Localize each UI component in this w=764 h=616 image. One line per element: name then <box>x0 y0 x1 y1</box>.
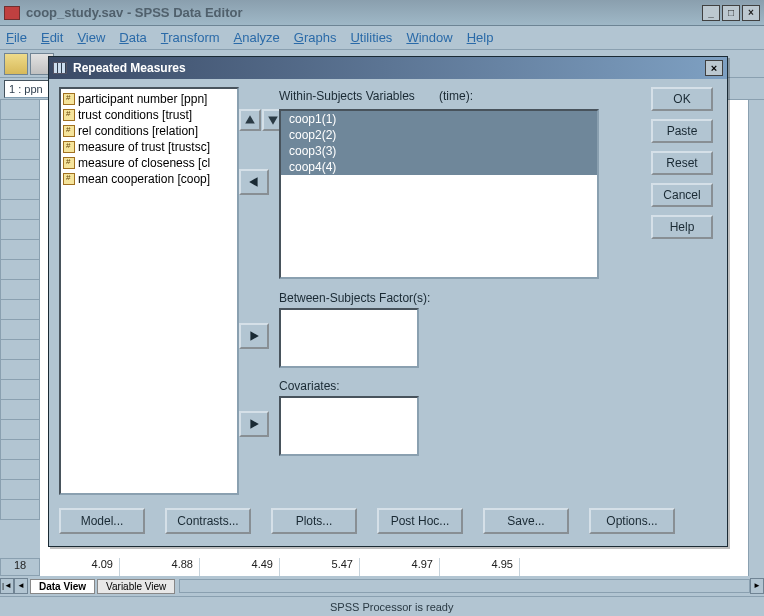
maximize-button[interactable]: □ <box>722 5 740 21</box>
grid-cell[interactable]: 4.97 <box>360 558 440 576</box>
list-item: measure of trust [trustsc] <box>63 139 235 155</box>
tab-scroll-next-icon[interactable]: ► <box>750 578 764 594</box>
menu-file[interactable]: File <box>6 30 27 45</box>
horizontal-scrollbar[interactable] <box>179 579 750 593</box>
add-covariate-button[interactable] <box>239 411 269 437</box>
variable-icon <box>63 173 75 185</box>
tab-scroll-prev-icon[interactable]: ◄ <box>14 578 28 594</box>
menu-edit[interactable]: Edit <box>41 30 63 45</box>
grid-cell[interactable]: 4.09 <box>40 558 120 576</box>
dialog-icon <box>53 62 67 74</box>
variable-list[interactable]: participant number [ppn] trust condition… <box>59 87 239 495</box>
row-headers <box>0 100 40 576</box>
between-factors-label: Between-Subjects Factor(s): <box>279 291 430 305</box>
dialog-titlebar: Repeated Measures × <box>49 57 727 79</box>
grid-cell[interactable]: 4.49 <box>200 558 280 576</box>
toolbar-open-icon[interactable] <box>4 53 28 75</box>
spss-main-window: coop_study.sav - SPSS Data Editor _ □ × … <box>0 0 764 616</box>
between-factors-box[interactable] <box>279 308 419 368</box>
main-titlebar: coop_study.sav - SPSS Data Editor _ □ × <box>0 0 764 26</box>
options-button[interactable]: Options... <box>589 508 675 534</box>
covariates-label: Covariates: <box>279 379 340 393</box>
svg-marker-1 <box>268 116 278 124</box>
menu-window[interactable]: Window <box>406 30 452 45</box>
reset-button[interactable]: Reset <box>651 151 713 175</box>
within-subjects-box[interactable]: coop1(1) coop2(2) coop3(3) coop4(4) <box>279 109 599 279</box>
menu-view[interactable]: View <box>77 30 105 45</box>
save-dialog-button[interactable]: Save... <box>483 508 569 534</box>
list-item: trust conditions [trust] <box>63 107 235 123</box>
list-item[interactable]: coop2(2) <box>281 127 597 143</box>
vertical-scrollbar[interactable] <box>748 100 764 576</box>
menubar: File Edit View Data Transform Analyze Gr… <box>0 26 764 50</box>
list-item[interactable]: coop1(1) <box>281 111 597 127</box>
model-button[interactable]: Model... <box>59 508 145 534</box>
menu-help[interactable]: Help <box>467 30 494 45</box>
menu-graphs[interactable]: Graphs <box>294 30 337 45</box>
paste-button[interactable]: Paste <box>651 119 713 143</box>
add-between-button[interactable] <box>239 323 269 349</box>
move-up-button[interactable] <box>239 109 261 131</box>
plots-button[interactable]: Plots... <box>271 508 357 534</box>
grid-cell[interactable]: 4.95 <box>440 558 520 576</box>
contrasts-button[interactable]: Contrasts... <box>165 508 251 534</box>
list-item: participant number [ppn] <box>63 91 235 107</box>
svg-marker-4 <box>250 419 258 429</box>
list-item: mean cooperation [coop] <box>63 171 235 187</box>
cell-address: 1 : ppn <box>4 80 50 98</box>
tab-scroll-first-icon[interactable]: |◄ <box>0 578 14 594</box>
spss-app-icon <box>4 6 20 20</box>
grid-cell[interactable]: 4.88 <box>120 558 200 576</box>
list-item: rel conditions [relation] <box>63 123 235 139</box>
svg-marker-2 <box>249 177 257 187</box>
variable-icon <box>63 141 75 153</box>
posthoc-button[interactable]: Post Hoc... <box>377 508 463 534</box>
repeated-measures-dialog: Repeated Measures × participant number [… <box>48 56 728 547</box>
ok-button[interactable]: OK <box>651 87 713 111</box>
variable-icon <box>63 109 75 121</box>
menu-data[interactable]: Data <box>119 30 146 45</box>
svg-marker-0 <box>245 115 255 123</box>
variable-icon <box>63 157 75 169</box>
close-button[interactable]: × <box>742 5 760 21</box>
tab-data-view[interactable]: Data View <box>30 579 95 594</box>
grid-cell[interactable]: 5.47 <box>280 558 360 576</box>
within-subjects-label: Within-Subjects Variables <box>279 89 415 103</box>
svg-marker-3 <box>250 331 258 341</box>
row-number[interactable]: 18 <box>0 558 40 576</box>
tab-variable-view[interactable]: Variable View <box>97 579 175 594</box>
help-button[interactable]: Help <box>651 215 713 239</box>
dialog-title: Repeated Measures <box>73 61 705 75</box>
covariates-box[interactable] <box>279 396 419 456</box>
list-item: measure of closeness [cl <box>63 155 235 171</box>
menu-transform[interactable]: Transform <box>161 30 220 45</box>
menu-utilities[interactable]: Utilities <box>350 30 392 45</box>
menu-analyze[interactable]: Analyze <box>234 30 280 45</box>
remove-within-button[interactable] <box>239 169 269 195</box>
sheet-tabs: |◄ ◄ Data View Variable View ► <box>0 576 764 596</box>
variable-icon <box>63 125 75 137</box>
cancel-button[interactable]: Cancel <box>651 183 713 207</box>
list-item[interactable]: coop3(3) <box>281 143 597 159</box>
variable-icon <box>63 93 75 105</box>
list-item[interactable]: coop4(4) <box>281 159 597 175</box>
dialog-close-button[interactable]: × <box>705 60 723 76</box>
status-text: SPSS Processor is ready <box>0 601 764 613</box>
minimize-button[interactable]: _ <box>702 5 720 21</box>
main-title: coop_study.sav - SPSS Data Editor <box>26 5 702 20</box>
statusbar: SPSS Processor is ready <box>0 596 764 616</box>
factor-name-label: (time): <box>439 89 473 103</box>
